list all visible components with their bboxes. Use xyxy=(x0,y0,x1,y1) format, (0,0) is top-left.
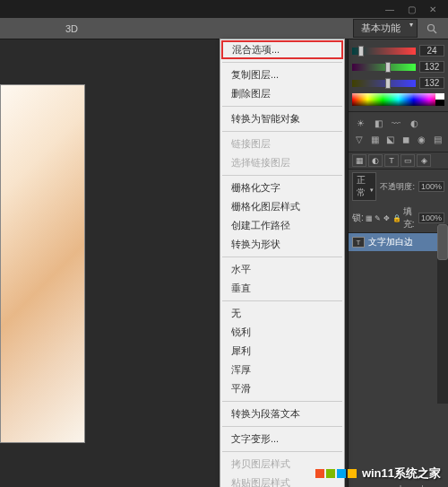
vibrance-icon[interactable]: ▽ xyxy=(352,132,366,146)
maximize-button[interactable]: ▢ xyxy=(401,3,422,15)
red-slider[interactable] xyxy=(352,48,416,55)
ctx-sharp[interactable]: 锐利 xyxy=(220,323,344,342)
red-value[interactable]: 24 xyxy=(419,45,444,57)
adjustments-panel: ☀ ◧ 〰 ◐ ▽ ▦ ⬕ ◼ ◉ ▤ xyxy=(349,112,448,152)
menu-3d[interactable]: 3D xyxy=(7,23,78,34)
minimize-button[interactable]: — xyxy=(379,3,401,15)
ctx-horizontal[interactable]: 水平 xyxy=(220,260,344,279)
ctx-link-layer: 链接图层 xyxy=(220,135,344,153)
lock-label: 锁: xyxy=(352,212,364,224)
lock-paint-icon[interactable]: ✎ xyxy=(375,213,382,223)
balance-icon[interactable]: ⬕ xyxy=(383,132,398,146)
exposure-icon[interactable]: ◐ xyxy=(406,116,422,130)
ctx-crisp[interactable]: 犀利 xyxy=(220,342,344,361)
layers-panel: ▦ ◐ T ▭ ◈ 正常 不透明度: 100% 锁: ▦ ✎ ✥ 🔒 填充: 1… xyxy=(349,152,448,487)
ctx-rasterize-style[interactable]: 栅格化图层样式 xyxy=(220,197,344,216)
layer-name: 文字加白边 xyxy=(368,236,413,248)
blue-value[interactable]: 132 xyxy=(419,77,444,89)
filter-pixel-icon[interactable]: ▦ xyxy=(352,154,366,167)
opacity-value[interactable]: 100% xyxy=(418,181,444,192)
ctx-create-path[interactable]: 创建工作路径 xyxy=(220,216,344,235)
hue-icon[interactable]: ▦ xyxy=(368,132,383,146)
ctx-to-shape[interactable]: 转换为形状 xyxy=(220,235,344,254)
blend-mode-dropdown[interactable]: 正常 xyxy=(352,172,376,201)
watermark-logo-icon xyxy=(315,469,357,478)
canvas-image xyxy=(0,84,85,443)
filter-smart-icon[interactable]: ◈ xyxy=(417,154,431,167)
watermark-text: win11系统之家 xyxy=(362,465,441,482)
svg-point-0 xyxy=(428,24,435,30)
scrollbar-thumb[interactable] xyxy=(437,224,448,260)
ctx-to-smart[interactable]: 转换为智能对象 xyxy=(220,109,344,128)
layer-thumbnail: T xyxy=(352,237,365,248)
filter-text-icon[interactable]: T xyxy=(384,154,399,167)
ctx-select-linked: 选择链接图层 xyxy=(220,153,344,172)
ctx-copy-layer[interactable]: 复制图层... xyxy=(220,65,344,84)
ctx-to-paragraph[interactable]: 转换为段落文本 xyxy=(220,404,344,423)
svg-line-1 xyxy=(434,30,436,33)
lock-transparent-icon[interactable]: ▦ xyxy=(366,213,373,223)
photo-filter-icon[interactable]: ◉ xyxy=(415,132,429,146)
filter-adjust-icon[interactable]: ◐ xyxy=(368,154,383,167)
bw-icon[interactable]: ◼ xyxy=(400,132,414,146)
ctx-blend-options[interactable]: 混合选项... xyxy=(221,40,343,59)
workspace-preset-dropdown[interactable]: 基本功能 xyxy=(353,19,418,38)
brightness-icon[interactable]: ☀ xyxy=(352,116,368,130)
search-icon[interactable] xyxy=(423,22,441,36)
green-value[interactable]: 132 xyxy=(419,61,444,73)
color-panel: 24 132 132 xyxy=(349,39,448,112)
ctx-delete-layer[interactable]: 删除图层 xyxy=(220,84,344,103)
context-menu: 混合选项... 复制图层... 删除图层 转换为智能对象 链接图层 选择链接图层… xyxy=(220,39,345,487)
color-spectrum[interactable] xyxy=(352,93,444,106)
lock-position-icon[interactable]: ✥ xyxy=(383,213,391,223)
fill-label: 填充: xyxy=(403,205,417,230)
ctx-none[interactable]: 无 xyxy=(220,304,344,323)
green-slider[interactable] xyxy=(352,64,416,71)
curves-icon[interactable]: 〰 xyxy=(388,116,404,130)
opacity-label: 不透明度: xyxy=(380,181,415,193)
levels-icon[interactable]: ◧ xyxy=(370,116,386,130)
ctx-warp-text[interactable]: 文字变形... xyxy=(220,430,344,448)
scrollbar[interactable] xyxy=(437,224,448,404)
mixer-icon[interactable]: ▤ xyxy=(431,132,445,146)
ctx-rasterize-text[interactable]: 栅格化文字 xyxy=(220,178,344,197)
ctx-vertical[interactable]: 垂直 xyxy=(220,279,344,298)
filter-shape-icon[interactable]: ▭ xyxy=(401,154,415,167)
close-button[interactable]: ✕ xyxy=(422,3,444,15)
ctx-smooth[interactable]: 平滑 xyxy=(220,379,344,398)
ctx-strong[interactable]: 浑厚 xyxy=(220,361,344,379)
watermark: win11系统之家 xyxy=(315,465,441,482)
blue-slider[interactable] xyxy=(352,80,416,87)
layer-item[interactable]: T 文字加白边 xyxy=(349,233,448,251)
lock-all-icon[interactable]: 🔒 xyxy=(392,213,401,223)
fill-value[interactable]: 100% xyxy=(418,213,444,223)
